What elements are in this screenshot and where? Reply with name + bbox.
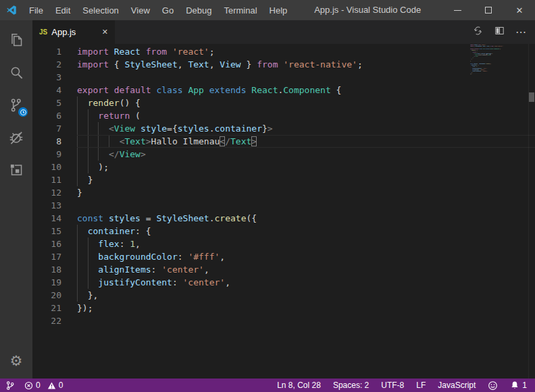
close-button[interactable]: ✕: [504, 0, 535, 20]
code-line[interactable]: 21});: [32, 302, 535, 314]
more-actions-icon[interactable]: ⋯: [515, 29, 527, 36]
maximize-button[interactable]: [473, 0, 504, 20]
code-line[interactable]: 16 flex: 1,: [32, 237, 535, 250]
code-line[interactable]: 18 alignItems: 'center',: [32, 263, 535, 276]
activity-bar: ⚙: [0, 20, 32, 379]
error-count: 0: [36, 381, 41, 390]
code-line[interactable]: 8 <Text>Hallo Ilmenau</Text>: [32, 135, 535, 148]
code-lines: 1import React from 'react';2import { Sty…: [32, 44, 535, 327]
explorer-icon[interactable]: [0, 24, 32, 57]
menu-go[interactable]: Go: [156, 0, 180, 20]
minimize-button[interactable]: [442, 0, 473, 20]
code-line[interactable]: 10 );: [32, 161, 535, 173]
settings-gear-icon[interactable]: ⚙: [0, 353, 32, 369]
tab-bar: JS App.js ✕: [32, 20, 535, 44]
bell-icon: [510, 381, 519, 390]
split-editor-icon[interactable]: [494, 25, 505, 39]
menu-edit[interactable]: Edit: [49, 0, 76, 20]
indentation[interactable]: Spaces: 2: [333, 381, 369, 390]
sync-clock-badge: [18, 107, 28, 117]
encoding[interactable]: UTF-8: [381, 381, 404, 390]
code-line[interactable]: 4export default class App extends React.…: [32, 84, 535, 96]
vscode-window: File Edit Selection View Go Debug Termin…: [0, 0, 535, 392]
menu-debug[interactable]: Debug: [180, 0, 218, 20]
tab-appjs[interactable]: JS App.js ✕: [32, 20, 115, 44]
menu-terminal[interactable]: Terminal: [218, 0, 263, 20]
title-bar: File Edit Selection View Go Debug Termin…: [0, 0, 535, 20]
status-bar: 0 0 Ln 8, Col 28 Spaces: 2 UTF-8 LF Java…: [0, 379, 535, 392]
debug-icon[interactable]: [0, 121, 32, 154]
code-editor[interactable]: 1import React from 'react';2import { Sty…: [32, 44, 535, 379]
open-changes-icon[interactable]: [472, 25, 484, 39]
code-line[interactable]: 12}: [32, 186, 535, 199]
code-line[interactable]: 2import { StyleSheet, Text, View } from …: [32, 58, 535, 71]
extensions-icon[interactable]: [0, 154, 32, 186]
code-line[interactable]: 17 backgroundColor: '#fff',: [32, 250, 535, 263]
code-line[interactable]: 1import React from 'react';: [32, 45, 535, 58]
code-line[interactable]: 14const styles = StyleSheet.create({: [32, 212, 535, 225]
code-line[interactable]: 11 }: [32, 173, 535, 186]
window-controls: ✕: [442, 0, 535, 20]
problems-indicator[interactable]: 0 0: [24, 381, 63, 390]
minimap[interactable]: 1import React from 'react';2import { Sty…: [470, 44, 528, 379]
menu-view[interactable]: View: [125, 0, 156, 20]
eol-sequence[interactable]: LF: [416, 381, 426, 390]
code-line[interactable]: 7 <View style={styles.container}>: [32, 122, 535, 135]
code-line[interactable]: 6 return (: [32, 109, 535, 122]
code-line[interactable]: 9 </View>: [32, 148, 535, 161]
menu-bar: File Edit Selection View Go Debug Termin…: [23, 0, 293, 20]
js-file-icon: JS: [39, 28, 47, 36]
notification-count: 1: [522, 381, 527, 390]
cursor-position[interactable]: Ln 8, Col 28: [277, 381, 321, 390]
code-line[interactable]: 22: [470, 75, 528, 76]
overview-ruler[interactable]: [528, 44, 535, 379]
window-title: App.js - Visual Studio Code: [293, 0, 442, 20]
menu-selection[interactable]: Selection: [76, 0, 124, 20]
minimap-content: 1import React from 'react';2import { Sty…: [470, 44, 528, 76]
code-line[interactable]: 15 container: {: [32, 225, 535, 237]
warning-icon: [47, 381, 56, 390]
overview-ruler-mark: [529, 92, 534, 102]
code-line[interactable]: 3: [32, 71, 535, 84]
code-line[interactable]: 22: [32, 314, 535, 327]
menu-file[interactable]: File: [23, 0, 49, 20]
branch-icon[interactable]: [5, 381, 15, 391]
tab-close-icon[interactable]: ✕: [102, 28, 108, 36]
code-line[interactable]: 5 render() {: [32, 96, 535, 109]
code-line[interactable]: 20 },: [32, 289, 535, 302]
tab-label: App.js: [51, 27, 76, 37]
menu-help[interactable]: Help: [263, 0, 294, 20]
error-icon: [24, 381, 33, 390]
search-icon[interactable]: [0, 57, 32, 89]
source-control-icon[interactable]: [0, 89, 32, 121]
code-line[interactable]: 19 justifyContent: 'center',: [32, 276, 535, 289]
language-mode[interactable]: JavaScript: [438, 381, 476, 390]
editor-actions: ⋯: [472, 20, 535, 44]
vscode-logo-icon: [0, 0, 23, 20]
warning-count: 0: [59, 381, 63, 390]
notifications[interactable]: 1: [510, 381, 527, 390]
code-line[interactable]: 13: [32, 199, 535, 212]
feedback-smiley-icon[interactable]: [488, 381, 498, 391]
